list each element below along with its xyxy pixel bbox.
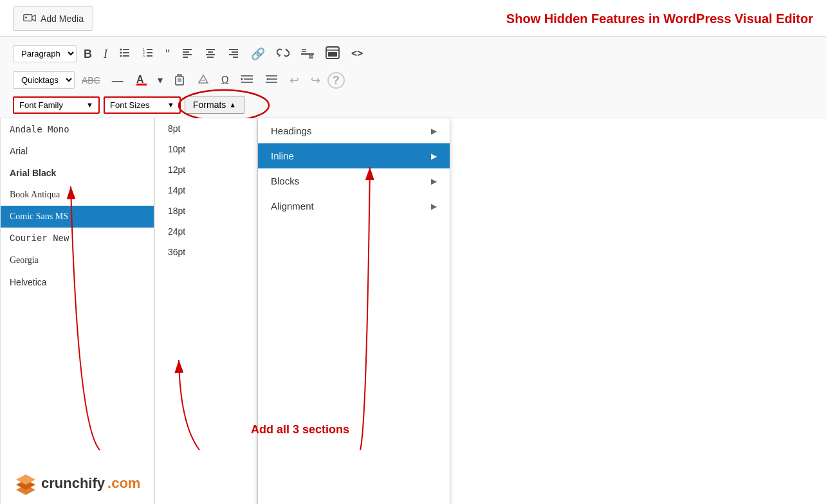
bold-button[interactable]: B [79,45,96,63]
quicktags-select[interactable]: Quicktags [13,71,75,89]
size-12pt[interactable]: 12pt [155,159,257,180]
outdent-button[interactable] [261,70,282,90]
svg-line-28 [286,49,288,51]
formats-blocks[interactable]: Blocks ▶ [258,168,450,194]
hr-button[interactable] [297,44,318,64]
svg-marker-52 [266,78,268,80]
font-helvetica[interactable]: Helvetica [1,271,154,293]
eraser-icon [197,73,210,86]
font-arial-black[interactable]: Arial Black [1,162,154,184]
font-family-list: Andale Mono Arial Arial Black Book Antiq… [0,118,154,504]
svg-rect-40 [177,74,182,76]
outdent-icon [265,73,278,85]
svg-rect-0 [24,15,32,21]
font-georgia[interactable]: Georgia [1,249,154,271]
svg-point-8 [120,55,122,57]
svg-marker-59 [16,474,35,485]
crunchify-dotcom: .com [107,475,140,492]
svg-point-2 [25,17,27,19]
blockquote-button[interactable]: " [161,44,174,64]
ordered-list-button[interactable]: 123 [138,44,158,64]
eraser-button[interactable] [192,69,214,91]
main-content: Andale Mono Arial Arial Black Book Antiq… [0,118,826,504]
align-center-icon [205,47,216,59]
size-10pt[interactable]: 10pt [155,139,257,159]
svg-marker-43 [199,75,208,83]
toolbar-area: Paragraph Heading 1 Heading 2 B I 123 " … [0,37,826,118]
font-arial[interactable]: Arial [1,140,154,162]
formats-headings-label: Headings [271,125,311,136]
add-media-button[interactable]: Add Media [13,6,93,31]
align-center-button[interactable] [200,44,221,64]
crunchify-text: crunchify [41,475,105,492]
svg-text:3: 3 [143,54,145,58]
unordered-list-button[interactable] [115,44,135,64]
font-book-antiqua[interactable]: Book Antiqua [1,184,154,206]
size-36pt[interactable]: 36pt [155,242,257,262]
formats-headings[interactable]: Headings ▶ [258,118,450,143]
font-courier-new[interactable]: Courier New [1,228,154,249]
formats-arrow: ▲ [229,101,236,109]
size-14pt[interactable]: 14pt [155,180,257,201]
inline-chevron: ▶ [431,152,437,161]
font-sizes-label: Font Sizes [110,100,167,110]
inline-submenu-area: B Bold I Italic U Underline ABC Striketh… [450,118,826,504]
link-button[interactable]: 🔗 [246,45,270,63]
indent-button[interactable] [236,70,258,90]
font-color-icon: A [135,73,148,86]
svg-marker-48 [241,78,243,80]
help-button[interactable]: ? [327,72,345,89]
unlink-button[interactable] [272,44,294,64]
svg-point-6 [120,49,122,51]
font-sizes-dropdown[interactable]: Font Sizes ▼ [104,96,181,114]
ordered-list-icon: 123 [142,47,154,59]
font-andale[interactable]: Andale Mono [1,118,154,140]
font-comic-sans[interactable]: Comic Sans MS [1,206,154,228]
font-sizes-list: 8pt 10pt 12pt 14pt 18pt 24pt 36pt [154,118,257,504]
formats-alignment[interactable]: Alignment ▶ [258,194,450,219]
formats-inline[interactable]: Inline ▶ [258,143,450,168]
size-18pt[interactable]: 18pt [155,201,257,221]
italic-button[interactable]: I [99,45,112,63]
formats-alignment-label: Alignment [271,201,314,212]
special-char-button[interactable]: Ω [217,72,234,89]
paragraph-select[interactable]: Paragraph Heading 1 Heading 2 [13,45,77,62]
svg-rect-36 [328,52,337,57]
fullscreen-icon [326,46,340,59]
font-family-dropdown[interactable]: Font Family ▼ [13,96,100,114]
formats-blocks-label: Blocks [271,176,299,186]
formats-inline-label: Inline [271,150,294,161]
paste-button[interactable] [168,69,190,91]
size-24pt[interactable]: 24pt [155,221,257,242]
html-toggle-button[interactable]: <> [347,46,367,62]
align-left-button[interactable] [177,44,197,64]
font-sizes-arrow: ▼ [167,101,174,109]
strikethrough-button[interactable]: ABC [77,73,105,88]
add3-annotation: Add all 3 sections [251,423,349,437]
formats-dropdown-menu: Headings ▶ Inline ▶ Blocks ▶ Alignment ▶ [257,118,450,504]
align-left-icon [181,47,193,59]
unlink-icon [277,47,289,59]
paste-icon [172,73,185,86]
alignment-chevron: ▶ [431,202,437,211]
align-right-button[interactable] [223,44,244,64]
list-icon [119,47,131,59]
hr-icon [301,47,314,59]
undo-button[interactable]: ↩ [285,71,304,89]
fullscreen-button[interactable] [321,43,344,64]
size-8pt[interactable]: 8pt [155,118,257,139]
toolbar-row-3: Font Family ▼ Font Sizes ▼ Formats ▲ [13,93,813,118]
font-color-arrow[interactable]: ▾ [155,72,165,89]
font-color-button[interactable]: A [131,69,152,91]
crunchify-logo: crunchify .com [13,472,140,495]
formats-label: Formats [193,100,226,110]
em-dash-button[interactable]: — [107,71,128,89]
formats-dropdown-button[interactable]: Formats ▲ [185,96,244,114]
add-media-icon [23,12,37,26]
font-family-label: Font Family [19,100,86,110]
toolbar-row-2: Quicktags ABC — A ▾ Ω ↩ ↪ ? [13,67,813,93]
redo-button[interactable]: ↪ [306,71,325,89]
blocks-chevron: ▶ [431,177,437,186]
svg-text:A: A [136,74,144,85]
indent-icon [241,73,253,85]
